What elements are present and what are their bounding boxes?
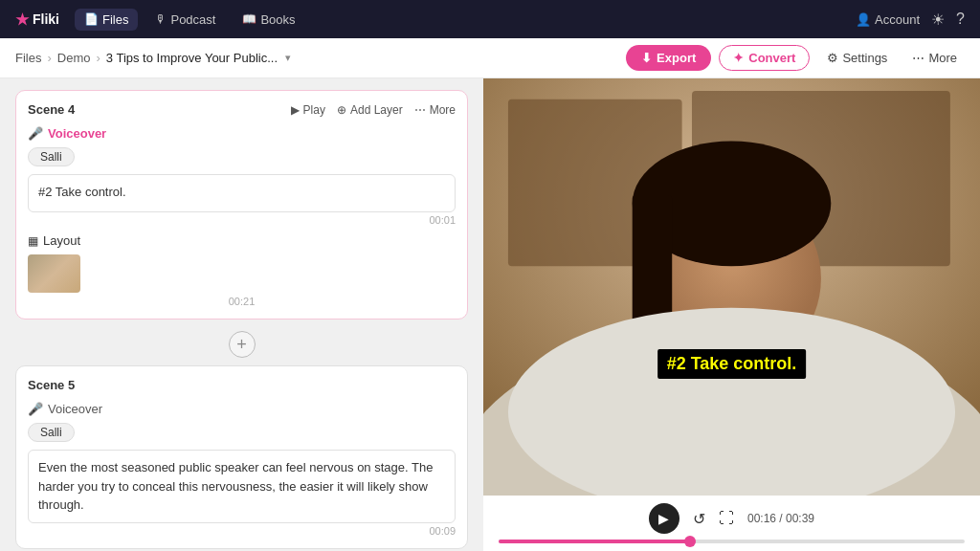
settings-button[interactable]: ⚙ Settings (817, 46, 897, 70)
fullscreen-icon: ⛶ (719, 510, 734, 527)
nav-podcast[interactable]: 🎙 Podcast (145, 9, 225, 31)
layout-label-4: ▦ Layout (28, 233, 456, 248)
voiceover-label-5: 🎤 Voiceover (28, 402, 456, 416)
breadcrumb-files[interactable]: Files (15, 51, 41, 65)
progress-bar[interactable] (499, 540, 965, 543)
scene-card-5: Scene 5 🎤 Voiceover Salli Even the most … (15, 365, 468, 549)
mic-icon: 🎤 (28, 126, 43, 141)
top-navigation: ★ Fliki 📄 Files 🎙 Podcast 📖 Books 👤 Acco… (0, 0, 980, 38)
breadcrumb-sep-2: › (96, 51, 100, 65)
breadcrumb-actions: ⬇ Export ✦ Convert ⚙ Settings ⋯ More (626, 45, 965, 71)
breadcrumb-current: 3 Tips to Improve Your Public... (106, 51, 278, 65)
scene-4-timestamp: 00:01 (28, 214, 456, 226)
help-button[interactable]: ? (956, 11, 965, 28)
convert-icon: ✦ (733, 51, 744, 65)
settings-icon: ⚙ (827, 51, 838, 65)
fliki-icon: ★ (15, 11, 29, 29)
breadcrumb-dropdown-icon[interactable]: ▾ (285, 52, 291, 64)
scene-5-text[interactable]: Even the most seasoned public speaker ca… (28, 450, 456, 523)
layout-thumbnail-4[interactable] (28, 254, 80, 293)
left-panel: Scene 4 ▶ Play ⊕ Add Layer ⋯ More (0, 78, 483, 551)
topnav-right: 👤 Account ☀ ? (856, 11, 965, 29)
scene-5-title: Scene 5 (28, 378, 75, 392)
controls-row: ▶ ↺ ⛶ 00:16 / 00:39 (649, 503, 814, 534)
play-icon: ▶ (291, 103, 300, 117)
theme-toggle[interactable]: ☀ (931, 11, 945, 29)
replay-icon: ↺ (693, 510, 705, 528)
nav-files[interactable]: 📄 Files (75, 9, 138, 31)
video-controls: ▶ ↺ ⛶ 00:16 / 00:39 (483, 496, 980, 551)
replay-button[interactable]: ↺ (693, 510, 705, 528)
progress-handle[interactable] (684, 536, 696, 547)
fullscreen-button[interactable]: ⛶ (719, 510, 734, 527)
scene-card-4: Scene 4 ▶ Play ⊕ Add Layer ⋯ More (15, 90, 468, 320)
scene-5-header: Scene 5 (28, 378, 456, 392)
scene-4-title: Scene 4 (28, 102, 75, 117)
account-icon: 👤 (856, 12, 871, 27)
video-bg: #2 Take control. (483, 78, 980, 496)
play-button[interactable]: ▶ (649, 503, 679, 534)
more-scene-4[interactable]: ⋯ More (414, 103, 456, 117)
breadcrumb: Files › Demo › 3 Tips to Improve Your Pu… (15, 51, 291, 65)
scene-5-timestamp: 00:09 (28, 525, 456, 537)
scene-4-header: Scene 4 ▶ Play ⊕ Add Layer ⋯ More (28, 102, 456, 117)
nav-books[interactable]: 📖 Books (233, 9, 304, 31)
layout-icon: ▦ (28, 234, 38, 248)
more-button[interactable]: ⋯ More (904, 46, 965, 70)
voiceover-label-4: 🎤 Voiceover (28, 126, 456, 141)
more-icon: ⋯ (912, 51, 924, 65)
layout-section-4: ▦ Layout 00:21 (28, 233, 456, 307)
add-scene-row: + (15, 331, 468, 358)
progress-fill (499, 540, 690, 543)
play-scene-4[interactable]: ▶ Play (291, 103, 325, 117)
add-layer-icon: ⊕ (337, 103, 346, 117)
main-layout: Scene 4 ▶ Play ⊕ Add Layer ⋯ More (0, 78, 980, 551)
voice-tag-4[interactable]: Salli (28, 147, 75, 166)
scene-4-actions: ▶ Play ⊕ Add Layer ⋯ More (291, 103, 456, 117)
voice-tag-5[interactable]: Salli (28, 423, 75, 442)
books-icon: 📖 (242, 12, 256, 26)
account-button[interactable]: 👤 Account (856, 12, 920, 27)
breadcrumb-bar: Files › Demo › 3 Tips to Improve Your Pu… (0, 38, 980, 78)
video-container: #2 Take control. (483, 78, 980, 496)
time-display: 00:16 / 00:39 (747, 512, 814, 525)
breadcrumb-demo[interactable]: Demo (57, 51, 91, 65)
app-logo[interactable]: ★ Fliki (15, 11, 59, 29)
more-scene-icon: ⋯ (414, 103, 426, 117)
convert-button[interactable]: ✦ Convert (719, 45, 810, 71)
scene-4-text[interactable]: #2 Take control. (28, 174, 456, 212)
export-icon: ⬇ (641, 51, 652, 65)
person-svg (483, 78, 980, 496)
breadcrumb-sep-1: › (47, 51, 51, 65)
mic-icon-5: 🎤 (28, 402, 43, 416)
files-icon: 📄 (84, 12, 99, 26)
podcast-icon: 🎙 (155, 12, 167, 26)
play-button-icon: ▶ (658, 511, 669, 526)
layout-duration-4: 00:21 (28, 296, 456, 307)
export-button[interactable]: ⬇ Export (626, 45, 711, 71)
right-panel: #2 Take control. ▶ ↺ ⛶ 00:16 / 00:39 (483, 78, 980, 551)
add-layer-scene-4[interactable]: ⊕ Add Layer (337, 103, 403, 117)
app-name: Fliki (33, 11, 59, 27)
add-scene-button[interactable]: + (229, 331, 256, 358)
layout-thumb-inner (28, 254, 80, 293)
subtitle-box: #2 Take control. (657, 349, 807, 379)
